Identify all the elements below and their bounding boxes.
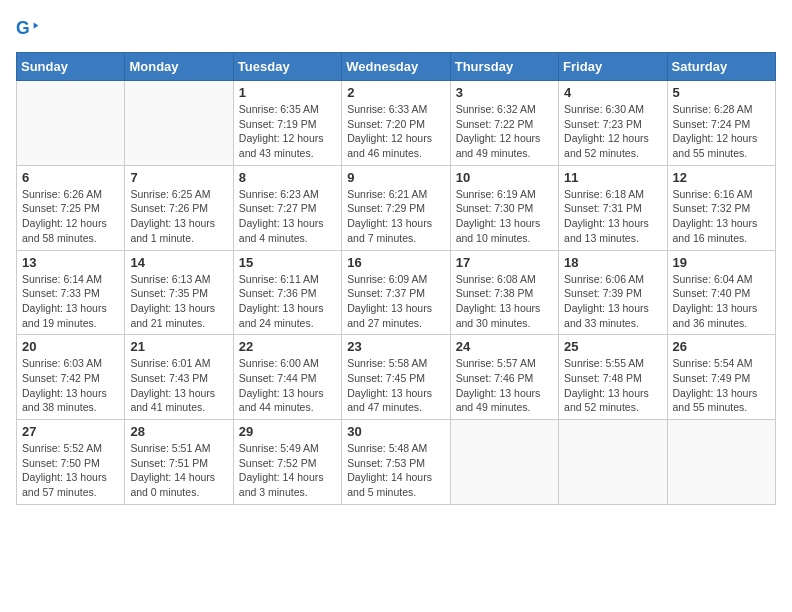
day-cell: 18Sunrise: 6:06 AM Sunset: 7:39 PM Dayli… [559, 250, 667, 335]
day-number: 24 [456, 339, 553, 354]
day-cell: 28Sunrise: 5:51 AM Sunset: 7:51 PM Dayli… [125, 420, 233, 505]
weekday-header-monday: Monday [125, 53, 233, 81]
day-number: 20 [22, 339, 119, 354]
day-info: Sunrise: 6:14 AM Sunset: 7:33 PM Dayligh… [22, 272, 119, 331]
day-cell: 23Sunrise: 5:58 AM Sunset: 7:45 PM Dayli… [342, 335, 450, 420]
day-cell: 13Sunrise: 6:14 AM Sunset: 7:33 PM Dayli… [17, 250, 125, 335]
day-cell [450, 420, 558, 505]
day-number: 28 [130, 424, 227, 439]
day-cell: 30Sunrise: 5:48 AM Sunset: 7:53 PM Dayli… [342, 420, 450, 505]
day-info: Sunrise: 6:06 AM Sunset: 7:39 PM Dayligh… [564, 272, 661, 331]
day-info: Sunrise: 5:58 AM Sunset: 7:45 PM Dayligh… [347, 356, 444, 415]
day-cell [125, 81, 233, 166]
day-number: 6 [22, 170, 119, 185]
week-row-1: 1Sunrise: 6:35 AM Sunset: 7:19 PM Daylig… [17, 81, 776, 166]
day-cell: 4Sunrise: 6:30 AM Sunset: 7:23 PM Daylig… [559, 81, 667, 166]
day-number: 19 [673, 255, 770, 270]
day-cell: 14Sunrise: 6:13 AM Sunset: 7:35 PM Dayli… [125, 250, 233, 335]
day-number: 17 [456, 255, 553, 270]
day-number: 15 [239, 255, 336, 270]
day-number: 3 [456, 85, 553, 100]
day-cell: 3Sunrise: 6:32 AM Sunset: 7:22 PM Daylig… [450, 81, 558, 166]
day-info: Sunrise: 6:09 AM Sunset: 7:37 PM Dayligh… [347, 272, 444, 331]
week-row-3: 13Sunrise: 6:14 AM Sunset: 7:33 PM Dayli… [17, 250, 776, 335]
day-number: 23 [347, 339, 444, 354]
day-cell: 8Sunrise: 6:23 AM Sunset: 7:27 PM Daylig… [233, 165, 341, 250]
svg-marker-1 [34, 22, 39, 28]
page-header: G [16, 16, 776, 40]
day-info: Sunrise: 5:57 AM Sunset: 7:46 PM Dayligh… [456, 356, 553, 415]
day-number: 7 [130, 170, 227, 185]
day-number: 27 [22, 424, 119, 439]
day-number: 2 [347, 85, 444, 100]
day-info: Sunrise: 5:51 AM Sunset: 7:51 PM Dayligh… [130, 441, 227, 500]
day-info: Sunrise: 6:26 AM Sunset: 7:25 PM Dayligh… [22, 187, 119, 246]
day-info: Sunrise: 6:23 AM Sunset: 7:27 PM Dayligh… [239, 187, 336, 246]
day-cell: 20Sunrise: 6:03 AM Sunset: 7:42 PM Dayli… [17, 335, 125, 420]
day-info: Sunrise: 6:08 AM Sunset: 7:38 PM Dayligh… [456, 272, 553, 331]
weekday-header-row: SundayMondayTuesdayWednesdayThursdayFrid… [17, 53, 776, 81]
day-cell: 22Sunrise: 6:00 AM Sunset: 7:44 PM Dayli… [233, 335, 341, 420]
weekday-header-saturday: Saturday [667, 53, 775, 81]
day-number: 22 [239, 339, 336, 354]
day-info: Sunrise: 5:48 AM Sunset: 7:53 PM Dayligh… [347, 441, 444, 500]
day-number: 1 [239, 85, 336, 100]
day-info: Sunrise: 6:35 AM Sunset: 7:19 PM Dayligh… [239, 102, 336, 161]
week-row-2: 6Sunrise: 6:26 AM Sunset: 7:25 PM Daylig… [17, 165, 776, 250]
day-info: Sunrise: 6:28 AM Sunset: 7:24 PM Dayligh… [673, 102, 770, 161]
day-cell: 12Sunrise: 6:16 AM Sunset: 7:32 PM Dayli… [667, 165, 775, 250]
day-cell: 19Sunrise: 6:04 AM Sunset: 7:40 PM Dayli… [667, 250, 775, 335]
svg-text:G: G [16, 18, 30, 38]
day-cell: 10Sunrise: 6:19 AM Sunset: 7:30 PM Dayli… [450, 165, 558, 250]
day-info: Sunrise: 6:01 AM Sunset: 7:43 PM Dayligh… [130, 356, 227, 415]
weekday-header-tuesday: Tuesday [233, 53, 341, 81]
logo: G [16, 16, 44, 40]
week-row-5: 27Sunrise: 5:52 AM Sunset: 7:50 PM Dayli… [17, 420, 776, 505]
weekday-header-sunday: Sunday [17, 53, 125, 81]
day-info: Sunrise: 5:52 AM Sunset: 7:50 PM Dayligh… [22, 441, 119, 500]
day-info: Sunrise: 6:25 AM Sunset: 7:26 PM Dayligh… [130, 187, 227, 246]
day-info: Sunrise: 6:04 AM Sunset: 7:40 PM Dayligh… [673, 272, 770, 331]
day-cell [667, 420, 775, 505]
day-info: Sunrise: 6:33 AM Sunset: 7:20 PM Dayligh… [347, 102, 444, 161]
weekday-header-thursday: Thursday [450, 53, 558, 81]
day-number: 11 [564, 170, 661, 185]
day-cell: 5Sunrise: 6:28 AM Sunset: 7:24 PM Daylig… [667, 81, 775, 166]
day-cell: 9Sunrise: 6:21 AM Sunset: 7:29 PM Daylig… [342, 165, 450, 250]
day-info: Sunrise: 6:21 AM Sunset: 7:29 PM Dayligh… [347, 187, 444, 246]
day-number: 25 [564, 339, 661, 354]
day-cell [17, 81, 125, 166]
day-number: 12 [673, 170, 770, 185]
day-number: 10 [456, 170, 553, 185]
day-cell: 2Sunrise: 6:33 AM Sunset: 7:20 PM Daylig… [342, 81, 450, 166]
calendar-table: SundayMondayTuesdayWednesdayThursdayFrid… [16, 52, 776, 505]
day-number: 9 [347, 170, 444, 185]
day-cell: 11Sunrise: 6:18 AM Sunset: 7:31 PM Dayli… [559, 165, 667, 250]
day-number: 13 [22, 255, 119, 270]
day-info: Sunrise: 6:11 AM Sunset: 7:36 PM Dayligh… [239, 272, 336, 331]
day-cell: 16Sunrise: 6:09 AM Sunset: 7:37 PM Dayli… [342, 250, 450, 335]
day-number: 16 [347, 255, 444, 270]
day-number: 14 [130, 255, 227, 270]
day-number: 8 [239, 170, 336, 185]
day-number: 18 [564, 255, 661, 270]
day-number: 29 [239, 424, 336, 439]
weekday-header-friday: Friday [559, 53, 667, 81]
day-info: Sunrise: 6:32 AM Sunset: 7:22 PM Dayligh… [456, 102, 553, 161]
day-info: Sunrise: 6:03 AM Sunset: 7:42 PM Dayligh… [22, 356, 119, 415]
day-number: 30 [347, 424, 444, 439]
day-info: Sunrise: 6:30 AM Sunset: 7:23 PM Dayligh… [564, 102, 661, 161]
day-cell: 15Sunrise: 6:11 AM Sunset: 7:36 PM Dayli… [233, 250, 341, 335]
day-number: 5 [673, 85, 770, 100]
week-row-4: 20Sunrise: 6:03 AM Sunset: 7:42 PM Dayli… [17, 335, 776, 420]
day-cell: 6Sunrise: 6:26 AM Sunset: 7:25 PM Daylig… [17, 165, 125, 250]
day-info: Sunrise: 6:00 AM Sunset: 7:44 PM Dayligh… [239, 356, 336, 415]
day-cell: 17Sunrise: 6:08 AM Sunset: 7:38 PM Dayli… [450, 250, 558, 335]
day-cell: 1Sunrise: 6:35 AM Sunset: 7:19 PM Daylig… [233, 81, 341, 166]
day-cell: 7Sunrise: 6:25 AM Sunset: 7:26 PM Daylig… [125, 165, 233, 250]
day-info: Sunrise: 6:18 AM Sunset: 7:31 PM Dayligh… [564, 187, 661, 246]
day-cell [559, 420, 667, 505]
day-info: Sunrise: 5:49 AM Sunset: 7:52 PM Dayligh… [239, 441, 336, 500]
day-number: 4 [564, 85, 661, 100]
logo-icon: G [16, 16, 40, 40]
